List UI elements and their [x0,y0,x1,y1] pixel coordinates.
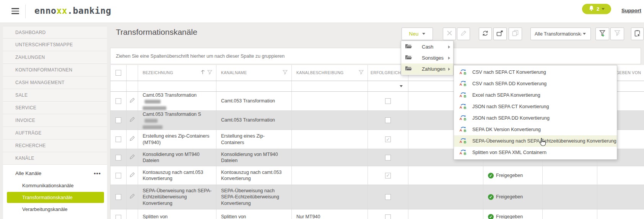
column-header-bezeichnung[interactable]: BEZEICHNUNG [138,65,216,81]
filter-dropdown-icon[interactable] [400,85,403,87]
copy-button[interactable] [509,28,522,40]
select-all-checkbox[interactable] [115,70,121,76]
convert-ab-icon: AB [459,115,467,122]
sidebar-item-verarbeitungskanaele[interactable]: Verarbeitungskanäle [3,203,107,215]
notifications-button[interactable]: 2 [582,4,611,14]
row-checkbox[interactable] [115,136,121,142]
table-row[interactable]: Kontoauszug nach camt.053 Konvertierung … [111,166,644,185]
hamburger-menu-icon[interactable] [11,8,19,14]
svg-text:A: A [460,151,462,155]
edit-row-icon[interactable] [130,154,135,161]
sidebar-item-cash-management[interactable]: CASH MANAGEMENT [3,76,107,89]
submenu-item-sepa-dk-version[interactable]: ABSEPA DK Version Konvertierung [454,124,617,135]
row-checkbox[interactable] [115,173,121,178]
refresh-button[interactable] [479,28,492,40]
notification-count: 2 [597,6,599,12]
neu-label: Neu [409,31,419,37]
menu-item-cash[interactable]: Cash [401,41,453,52]
filter-icon[interactable] [207,70,212,76]
sidebar-item-dashboard[interactable]: DASHBOARD [3,26,107,39]
folder-icon [405,66,412,72]
svg-text:A: A [460,105,462,109]
row-checkbox[interactable] [115,155,121,161]
column-header-kanalname[interactable]: KANALNAME [216,65,292,81]
submenu-item-json-sepa-dd[interactable]: ABJSON nach SEPA DD Konvertierung [454,112,617,124]
group-by-bar[interactable]: Ziehen Sie eine Spaltenüberschrift hierh… [110,48,641,64]
channel-filter-value: Alle Transformationskanäle [535,31,581,37]
success-checkbox [385,155,391,161]
sidebar-item-auftraege[interactable]: AUFTRÄGE [3,127,107,140]
submenu-item-csv-sepa-dd[interactable]: ABCSV nach SEPA DD Konvertierung [454,78,617,89]
more-options-icon[interactable]: ••• [94,170,101,177]
submenu-arrow-icon [448,68,450,71]
edit-row-icon[interactable] [130,97,135,104]
package-flag-icon [496,30,504,38]
svg-text:A: A [460,117,462,120]
redacted-text [143,106,166,110]
redacted-text [145,100,161,104]
row-checkbox[interactable] [115,98,121,104]
success-checkbox: ✓ [385,173,391,178]
row-checkbox[interactable] [115,117,121,123]
sidebar-item-invoice[interactable]: INVOICE [3,114,107,127]
status-badge: Freigegeben [496,172,523,178]
neu-dropdown-menu: Cash Sonstiges Zahlungen [401,41,454,75]
divider [25,5,26,18]
svg-text:B: B [464,140,467,143]
convert-ab-icon: AB [459,149,467,156]
chevron-down-icon [602,8,605,10]
sidebar-item-recherche[interactable]: RECHERCHE [3,140,107,152]
menu-item-zahlungen[interactable]: Zahlungen [401,63,453,75]
redacted-text [143,125,163,129]
edit-row-icon[interactable] [130,193,135,200]
sidebar-item-kanaele[interactable]: KANÄLE [3,152,107,165]
sidebar-item-unterschriftsmappe[interactable]: UNTERSCHRIFTSMAPPE [3,39,107,51]
table-row[interactable]: SEPA-Überweisung nach SEPA-Echtzeitüberw… [111,185,644,209]
channel-filter-select[interactable]: Alle Transformationskanäle [530,28,591,40]
sidebar-item-sale[interactable]: SALE [3,89,107,102]
menu-item-sonstiges[interactable]: Sonstiges [401,52,453,63]
filter-add-icon: + [599,30,606,38]
sidebar-item-service[interactable]: SERVICE [3,102,107,114]
sidebar-item-alle-kanaele[interactable]: Alle Kanäle ••• [3,167,107,180]
sidebar-item-kontoinformationen[interactable]: KONTOINFORMATIONEN [3,64,107,76]
logo-suffix: .banking [67,6,111,16]
filter-icon[interactable] [359,70,364,76]
table-row[interactable]: Splitten von Splitten von Nur MT940 Frei… [111,209,644,219]
edit-row-icon[interactable] [130,172,135,179]
edit-row-icon[interactable] [130,117,135,123]
submenu-item-csv-sepa-ct[interactable]: ABCSV nach SEPA CT Konvertierung [454,67,617,78]
row-checkbox[interactable] [115,215,121,219]
group-by-hint: Ziehen Sie eine Spaltenüberschrift hierh… [116,54,285,59]
delete-button[interactable] [443,28,456,40]
success-checkbox [385,194,391,200]
pencil-icon [461,30,467,37]
status-badge: Freigegeben [496,194,523,200]
submenu-item-json-sepa-ct[interactable]: ABJSON nach SEPA CT Konvertierung [454,101,617,112]
svg-text:B: B [464,128,467,132]
support-link[interactable]: Support [621,8,641,13]
neu-button[interactable]: Neu [402,28,433,40]
sidebar-item-zahlungen[interactable]: ZAHLUNGEN [3,51,107,64]
submenu-item-excel-sepa[interactable]: ABExcel nach SEPA Konvertierung [454,89,617,101]
add-filter-button[interactable]: + [595,28,609,40]
row-checkbox[interactable] [115,194,121,200]
convert-ab-icon: AB [459,138,467,144]
submenu-item-sepa-echtzeit[interactable]: ABSEPA-Überweisung nach SEPA-Echtzeitübe… [454,135,617,147]
success-checkbox: ✓ [385,136,391,142]
sidebar-item-transformationskanaele[interactable]: Transformationskanäle [3,191,107,203]
edit-filter-button[interactable] [610,28,624,40]
convert-ab-icon: AB [459,69,467,76]
release-flag-button[interactable] [493,28,507,40]
svg-text:B: B [464,117,467,120]
sort-asc-icon[interactable] [201,70,205,76]
sidebar-item-kommunikationskanaele[interactable]: Kommunikationskanäle [3,180,107,191]
convert-ab-icon: AB [459,92,467,99]
svg-text:A: A [460,140,462,143]
column-header-kanalbeschreibung[interactable]: KANALBESCHREIBUNG [292,65,368,81]
filter-icon[interactable] [283,70,288,76]
edit-row-icon[interactable] [130,136,135,143]
edit-button[interactable] [457,28,470,40]
convert-ab-icon: AB [459,80,467,87]
export-button[interactable] [631,28,644,40]
